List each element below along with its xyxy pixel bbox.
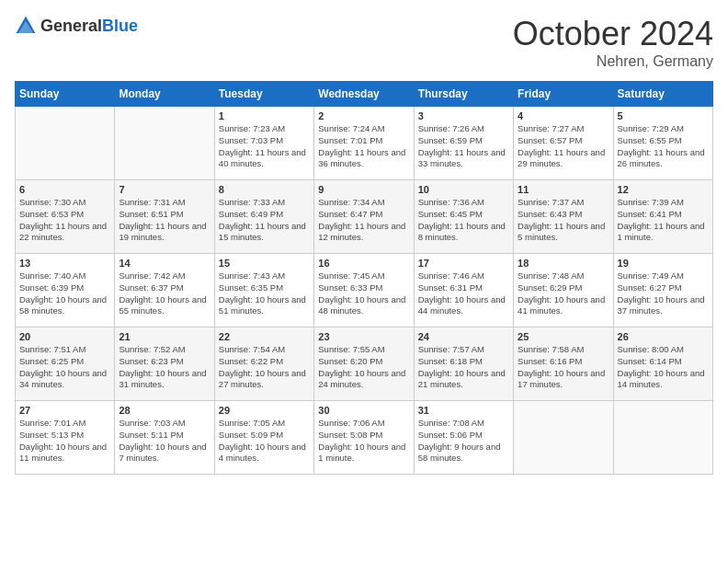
day-number: 4 bbox=[518, 110, 609, 121]
day-cell: 6Sunrise: 7:30 AM Sunset: 6:53 PM Daylig… bbox=[16, 180, 115, 254]
day-cell: 24Sunrise: 7:57 AM Sunset: 6:18 PM Dayli… bbox=[414, 327, 513, 401]
day-cell: 26Sunrise: 8:00 AM Sunset: 6:14 PM Dayli… bbox=[613, 327, 712, 401]
day-number: 10 bbox=[418, 184, 509, 195]
day-cell: 5Sunrise: 7:29 AM Sunset: 6:55 PM Daylig… bbox=[613, 107, 712, 180]
day-info: Sunrise: 7:52 AM Sunset: 6:23 PM Dayligh… bbox=[119, 344, 210, 391]
day-number: 17 bbox=[418, 258, 509, 269]
day-number: 11 bbox=[518, 184, 609, 195]
day-number: 22 bbox=[219, 331, 310, 342]
calendar-body: 1Sunrise: 7:23 AM Sunset: 7:03 PM Daylig… bbox=[16, 107, 713, 475]
day-number: 15 bbox=[219, 258, 310, 269]
logo-blue: Blue bbox=[102, 17, 138, 35]
day-info: Sunrise: 7:36 AM Sunset: 6:45 PM Dayligh… bbox=[418, 197, 509, 244]
day-number: 5 bbox=[618, 110, 709, 121]
day-number: 13 bbox=[19, 258, 110, 269]
week-row-3: 13Sunrise: 7:40 AM Sunset: 6:39 PM Dayli… bbox=[16, 254, 713, 327]
day-info: Sunrise: 7:01 AM Sunset: 5:13 PM Dayligh… bbox=[19, 418, 110, 465]
day-cell: 23Sunrise: 7:55 AM Sunset: 6:20 PM Dayli… bbox=[314, 327, 414, 401]
day-cell bbox=[16, 107, 115, 180]
week-row-1: 1Sunrise: 7:23 AM Sunset: 7:03 PM Daylig… bbox=[16, 107, 713, 180]
day-info: Sunrise: 7:37 AM Sunset: 6:43 PM Dayligh… bbox=[518, 197, 609, 244]
day-info: Sunrise: 7:24 AM Sunset: 7:01 PM Dayligh… bbox=[318, 123, 409, 170]
day-number: 14 bbox=[119, 258, 210, 269]
day-info: Sunrise: 7:33 AM Sunset: 6:49 PM Dayligh… bbox=[219, 197, 310, 244]
day-cell: 31Sunrise: 7:08 AM Sunset: 5:06 PM Dayli… bbox=[414, 401, 513, 475]
day-info: Sunrise: 7:03 AM Sunset: 5:11 PM Dayligh… bbox=[119, 418, 210, 465]
day-number: 29 bbox=[219, 405, 310, 416]
title-block: October 2024 Nehren, Germany bbox=[513, 15, 713, 70]
logo-text: GeneralBlue bbox=[40, 17, 138, 36]
day-cell: 1Sunrise: 7:23 AM Sunset: 7:03 PM Daylig… bbox=[214, 107, 313, 180]
calendar-table: SundayMondayTuesdayWednesdayThursdayFrid… bbox=[15, 81, 713, 475]
day-info: Sunrise: 7:42 AM Sunset: 6:37 PM Dayligh… bbox=[119, 270, 210, 317]
day-cell: 19Sunrise: 7:49 AM Sunset: 6:27 PM Dayli… bbox=[613, 254, 712, 327]
day-info: Sunrise: 7:46 AM Sunset: 6:31 PM Dayligh… bbox=[418, 270, 509, 317]
day-number: 23 bbox=[318, 331, 409, 342]
day-cell: 16Sunrise: 7:45 AM Sunset: 6:33 PM Dayli… bbox=[314, 254, 414, 327]
day-info: Sunrise: 7:49 AM Sunset: 6:27 PM Dayligh… bbox=[618, 270, 709, 317]
day-number: 31 bbox=[418, 405, 509, 416]
day-number: 20 bbox=[19, 331, 110, 342]
day-cell: 8Sunrise: 7:33 AM Sunset: 6:49 PM Daylig… bbox=[214, 180, 313, 254]
day-cell: 29Sunrise: 7:05 AM Sunset: 5:09 PM Dayli… bbox=[214, 401, 313, 475]
header-cell-sunday: Sunday bbox=[16, 82, 115, 107]
day-number: 8 bbox=[219, 184, 310, 195]
day-number: 2 bbox=[318, 110, 409, 121]
day-cell: 30Sunrise: 7:06 AM Sunset: 5:08 PM Dayli… bbox=[314, 401, 414, 475]
day-info: Sunrise: 7:55 AM Sunset: 6:20 PM Dayligh… bbox=[318, 344, 409, 391]
day-info: Sunrise: 7:39 AM Sunset: 6:41 PM Dayligh… bbox=[618, 197, 709, 244]
header-cell-wednesday: Wednesday bbox=[314, 82, 414, 107]
day-info: Sunrise: 8:00 AM Sunset: 6:14 PM Dayligh… bbox=[618, 344, 709, 391]
day-info: Sunrise: 7:57 AM Sunset: 6:18 PM Dayligh… bbox=[418, 344, 509, 391]
logo: GeneralBlue bbox=[15, 15, 138, 37]
day-info: Sunrise: 7:31 AM Sunset: 6:51 PM Dayligh… bbox=[119, 197, 210, 244]
day-number: 19 bbox=[618, 258, 709, 269]
day-cell: 7Sunrise: 7:31 AM Sunset: 6:51 PM Daylig… bbox=[115, 180, 214, 254]
day-number: 16 bbox=[318, 258, 409, 269]
day-info: Sunrise: 7:34 AM Sunset: 6:47 PM Dayligh… bbox=[318, 197, 409, 244]
header-cell-tuesday: Tuesday bbox=[214, 82, 313, 107]
day-cell: 2Sunrise: 7:24 AM Sunset: 7:01 PM Daylig… bbox=[314, 107, 414, 180]
day-cell: 3Sunrise: 7:26 AM Sunset: 6:59 PM Daylig… bbox=[414, 107, 513, 180]
header-cell-saturday: Saturday bbox=[613, 82, 712, 107]
day-info: Sunrise: 7:26 AM Sunset: 6:59 PM Dayligh… bbox=[418, 123, 509, 170]
day-number: 30 bbox=[318, 405, 409, 416]
location-title: Nehren, Germany bbox=[513, 53, 713, 70]
day-cell: 15Sunrise: 7:43 AM Sunset: 6:35 PM Dayli… bbox=[214, 254, 313, 327]
day-number: 9 bbox=[318, 184, 409, 195]
day-cell: 18Sunrise: 7:48 AM Sunset: 6:29 PM Dayli… bbox=[514, 254, 613, 327]
day-number: 26 bbox=[618, 331, 709, 342]
day-number: 12 bbox=[618, 184, 709, 195]
day-cell: 4Sunrise: 7:27 AM Sunset: 6:57 PM Daylig… bbox=[514, 107, 613, 180]
header-cell-thursday: Thursday bbox=[414, 82, 513, 107]
day-info: Sunrise: 7:58 AM Sunset: 6:16 PM Dayligh… bbox=[518, 344, 609, 391]
day-cell bbox=[613, 401, 712, 475]
day-number: 24 bbox=[418, 331, 509, 342]
day-number: 7 bbox=[119, 184, 210, 195]
day-number: 6 bbox=[19, 184, 110, 195]
day-cell: 12Sunrise: 7:39 AM Sunset: 6:41 PM Dayli… bbox=[613, 180, 712, 254]
week-row-4: 20Sunrise: 7:51 AM Sunset: 6:25 PM Dayli… bbox=[16, 327, 713, 401]
day-cell: 20Sunrise: 7:51 AM Sunset: 6:25 PM Dayli… bbox=[16, 327, 115, 401]
page-header: GeneralBlue October 2024 Nehren, Germany bbox=[15, 15, 713, 70]
day-number: 1 bbox=[219, 110, 310, 121]
day-info: Sunrise: 7:29 AM Sunset: 6:55 PM Dayligh… bbox=[618, 123, 709, 170]
day-cell: 25Sunrise: 7:58 AM Sunset: 6:16 PM Dayli… bbox=[514, 327, 613, 401]
day-cell: 9Sunrise: 7:34 AM Sunset: 6:47 PM Daylig… bbox=[314, 180, 414, 254]
day-number: 27 bbox=[19, 405, 110, 416]
month-title: October 2024 bbox=[513, 15, 713, 53]
day-info: Sunrise: 7:43 AM Sunset: 6:35 PM Dayligh… bbox=[219, 270, 310, 317]
day-cell: 13Sunrise: 7:40 AM Sunset: 6:39 PM Dayli… bbox=[16, 254, 115, 327]
day-info: Sunrise: 7:54 AM Sunset: 6:22 PM Dayligh… bbox=[219, 344, 310, 391]
header-cell-friday: Friday bbox=[514, 82, 613, 107]
day-info: Sunrise: 7:45 AM Sunset: 6:33 PM Dayligh… bbox=[318, 270, 409, 317]
day-info: Sunrise: 7:40 AM Sunset: 6:39 PM Dayligh… bbox=[19, 270, 110, 317]
day-cell: 17Sunrise: 7:46 AM Sunset: 6:31 PM Dayli… bbox=[414, 254, 513, 327]
day-cell: 27Sunrise: 7:01 AM Sunset: 5:13 PM Dayli… bbox=[16, 401, 115, 475]
day-info: Sunrise: 7:05 AM Sunset: 5:09 PM Dayligh… bbox=[219, 418, 310, 465]
day-number: 21 bbox=[119, 331, 210, 342]
header-row: SundayMondayTuesdayWednesdayThursdayFrid… bbox=[16, 82, 713, 107]
day-info: Sunrise: 7:30 AM Sunset: 6:53 PM Dayligh… bbox=[19, 197, 110, 244]
day-info: Sunrise: 7:51 AM Sunset: 6:25 PM Dayligh… bbox=[19, 344, 110, 391]
day-cell: 10Sunrise: 7:36 AM Sunset: 6:45 PM Dayli… bbox=[414, 180, 513, 254]
